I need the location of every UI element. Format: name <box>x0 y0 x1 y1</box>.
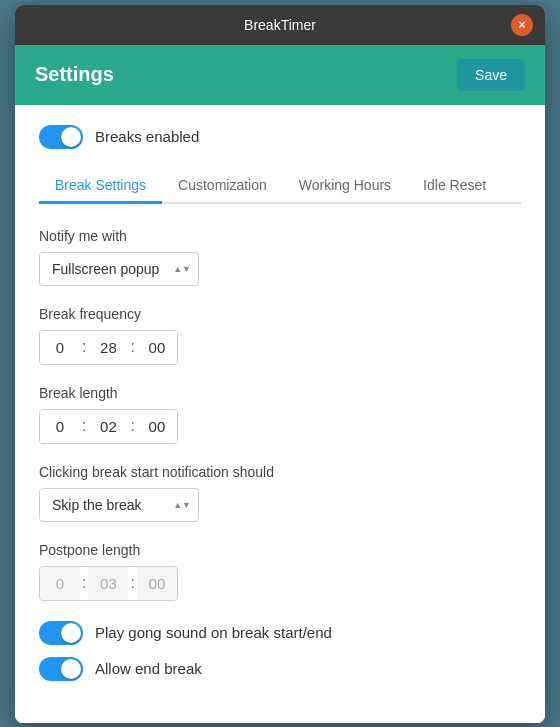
title-bar: BreakTimer × <box>15 5 545 45</box>
notify-select[interactable]: Fullscreen popup Notification Sound only <box>39 252 199 286</box>
clicking-break-group: Clicking break start notification should… <box>39 464 521 522</box>
tab-working-hours[interactable]: Working Hours <box>283 169 407 204</box>
break-frequency-hours[interactable] <box>40 331 80 364</box>
sep1: : <box>80 338 88 356</box>
clicking-break-select-wrapper: Skip the break Postpone break Do nothing <box>39 488 199 522</box>
postpone-length-label: Postpone length <box>39 542 521 558</box>
break-frequency-seconds[interactable] <box>137 331 177 364</box>
break-frequency-group: Break frequency : : <box>39 306 521 365</box>
tab-customization[interactable]: Customization <box>162 169 283 204</box>
break-frequency-minutes[interactable] <box>88 331 128 364</box>
break-frequency-input: : : <box>39 330 178 365</box>
settings-content: Breaks enabled Break Settings Customizat… <box>15 105 545 723</box>
gong-sound-label: Play gong sound on break start/end <box>95 624 332 641</box>
postpone-hours <box>40 567 80 600</box>
postpone-seconds <box>137 567 177 600</box>
break-length-group: Break length : : <box>39 385 521 444</box>
postpone-minutes <box>88 567 128 600</box>
settings-tabs: Break Settings Customization Working Hou… <box>39 169 521 204</box>
breaks-enabled-row: Breaks enabled <box>39 125 521 149</box>
sep4: : <box>128 417 136 435</box>
allow-end-break-label: Allow end break <box>95 660 202 677</box>
break-length-hours[interactable] <box>40 410 80 443</box>
tab-idle-reset[interactable]: Idle Reset <box>407 169 502 204</box>
sep6: : <box>128 574 136 592</box>
postpone-length-group: Postpone length : : <box>39 542 521 601</box>
break-length-input: : : <box>39 409 178 444</box>
breaks-enabled-label: Breaks enabled <box>95 128 199 145</box>
allow-end-break-row: Allow end break <box>39 657 521 681</box>
app-window: BreakTimer × Settings Save Breaks enable… <box>15 5 545 723</box>
notify-label: Notify me with <box>39 228 521 244</box>
postpone-length-input: : : <box>39 566 178 601</box>
settings-header: Settings Save <box>15 45 545 105</box>
close-button[interactable]: × <box>511 14 533 36</box>
break-frequency-label: Break frequency <box>39 306 521 322</box>
break-length-seconds[interactable] <box>137 410 177 443</box>
app-title: BreakTimer <box>244 17 316 33</box>
break-length-label: Break length <box>39 385 521 401</box>
break-length-minutes[interactable] <box>88 410 128 443</box>
notify-select-wrapper: Fullscreen popup Notification Sound only <box>39 252 199 286</box>
sep3: : <box>80 417 88 435</box>
notify-field-group: Notify me with Fullscreen popup Notifica… <box>39 228 521 286</box>
gong-sound-row: Play gong sound on break start/end <box>39 621 521 645</box>
bottom-toggles: Play gong sound on break start/end Allow… <box>39 621 521 681</box>
save-button[interactable]: Save <box>457 59 525 91</box>
sep2: : <box>128 338 136 356</box>
breaks-enabled-toggle[interactable] <box>39 125 83 149</box>
tab-break-settings[interactable]: Break Settings <box>39 169 162 204</box>
page-title: Settings <box>35 63 114 86</box>
gong-sound-toggle[interactable] <box>39 621 83 645</box>
clicking-break-select[interactable]: Skip the break Postpone break Do nothing <box>39 488 199 522</box>
allow-end-break-toggle[interactable] <box>39 657 83 681</box>
clicking-break-label: Clicking break start notification should <box>39 464 521 480</box>
sep5: : <box>80 574 88 592</box>
